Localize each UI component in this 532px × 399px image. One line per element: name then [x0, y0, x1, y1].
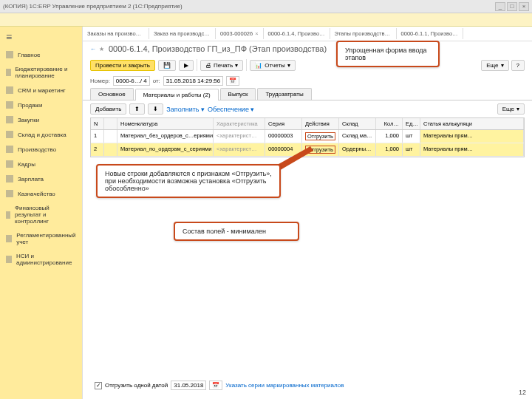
help-button[interactable]: ? — [511, 60, 525, 71]
col-qty[interactable]: Кол… — [376, 118, 403, 129]
subtab-labor[interactable]: Трудозатраты — [257, 88, 311, 100]
graph-icon — [6, 211, 10, 219]
reports-button[interactable]: 📊 Отчеты ▾ — [250, 60, 296, 71]
more-button[interactable]: Еще ▾ — [481, 60, 508, 71]
separator — [197, 59, 197, 71]
action-cell: Отгрузить — [302, 130, 339, 143]
up-button[interactable]: ⬆ — [129, 103, 145, 115]
series-link[interactable]: Указать серии маркированных материалов — [225, 382, 344, 389]
cart-icon — [6, 101, 13, 109]
tab-2[interactable]: 0003-000026× — [216, 28, 264, 39]
truck-icon — [6, 131, 13, 138]
sidebar-item-sales[interactable]: Продажи — [0, 98, 82, 112]
date-label: от: — [153, 78, 160, 84]
page-title: 0000-6.1.4, Производство ГП_из_ПФ (Этап … — [107, 44, 327, 53]
col-article[interactable]: Статья калькуляци — [420, 118, 524, 129]
max-button[interactable]: □ — [507, 2, 517, 11]
col-action[interactable]: Действия — [302, 118, 339, 129]
chart-icon — [6, 69, 11, 76]
people-icon — [6, 86, 13, 94]
add-button[interactable]: Добавить — [90, 103, 126, 115]
post-close-button[interactable]: Провести и закрыть — [90, 60, 155, 71]
calendar-icon[interactable]: 📅 — [209, 381, 222, 390]
col-unit[interactable]: Ед… — [403, 118, 420, 129]
subtab-main[interactable]: Основное — [90, 88, 134, 100]
tab-1[interactable]: Заказ на производст…× — [149, 28, 216, 39]
grid-header: N Номенклатура Характеристика Серия Дейс… — [91, 118, 524, 130]
breadcrumb: ← ★ 0000-6.1.4, Производство ГП_из_ПФ (Э… — [83, 41, 532, 56]
subtab-output[interactable]: Выпуск — [220, 88, 256, 100]
materials-grid: N Номенклатура Характеристика Серия Дейс… — [90, 117, 525, 157]
sidebar-item-crm[interactable]: CRM и маркетинг — [0, 83, 82, 98]
sidebar-item-nsi[interactable]: НСИ и администрирование — [0, 249, 82, 270]
home-icon — [6, 51, 13, 58]
post-button[interactable]: ▶ — [179, 60, 194, 71]
print-button[interactable]: 🖨 Печать ▾ — [200, 60, 243, 71]
sidebar-item-regulated[interactable]: Регламентированный учет — [0, 228, 82, 249]
close-icon[interactable]: × — [255, 30, 258, 37]
sidebar-item-treasury[interactable]: Казначейство — [0, 186, 82, 201]
sidebar-item-finance[interactable]: Финансовый результат и контроллинг — [0, 201, 82, 228]
sidebar-item-production[interactable]: Производство — [0, 142, 82, 157]
col-nomenclature[interactable]: Номенклатура — [117, 118, 214, 129]
table-row[interactable]: 2 Материал_по_ордерам_с_сериями <характе… — [91, 143, 524, 157]
callout-minimal: Состав полей - минимален — [174, 222, 299, 241]
close-icon[interactable]: × — [390, 30, 393, 37]
col-warehouse[interactable]: Склад — [339, 118, 376, 129]
window-titlebar: (КОПИЯ) 1С:ERP Управление предприятием 2… — [0, 0, 532, 13]
person-icon — [6, 160, 13, 168]
window-title: (КОПИЯ) 1С:ERP Управление предприятием 2… — [3, 3, 495, 10]
ship-single-date-checkbox[interactable]: ✓ — [95, 382, 102, 389]
supply-link[interactable]: Обеспечение ▾ — [208, 106, 254, 113]
calendar-button[interactable]: 📅 — [226, 76, 239, 86]
ship-date-input[interactable]: 31.05.2018 — [171, 381, 206, 390]
ribbon-strip — [0, 13, 532, 27]
col-series[interactable]: Серия — [265, 118, 302, 129]
money-icon — [6, 175, 13, 183]
tab-4[interactable]: Этапы производства× — [330, 28, 397, 39]
sidebar-item-main[interactable]: Главное — [0, 47, 82, 62]
box-icon — [6, 116, 13, 123]
main-toolbar: Провести и закрыть 💾 ▶ 🖨 Печать ▾ 📊 Отче… — [83, 56, 532, 74]
col-characteristic[interactable]: Характеристика — [214, 118, 265, 129]
min-button[interactable]: _ — [495, 2, 505, 11]
sidebar-item-salary[interactable]: Зарплата — [0, 171, 82, 186]
nav-sidebar: ≡ Главное Бюджетирование и планирование … — [0, 27, 83, 399]
col-number[interactable]: N — [91, 118, 104, 129]
sidebar-item-warehouse[interactable]: Склад и доставка — [0, 127, 82, 142]
save-button[interactable]: 💾 — [158, 60, 176, 71]
gear-icon — [6, 146, 13, 153]
grid-body: 1 Материал_без_ордеров_с…ериями <характе… — [91, 130, 524, 157]
sidebar-item-purchase[interactable]: Закупки — [0, 112, 82, 127]
table-row[interactable]: 1 Материал_без_ордеров_с…ериями <характе… — [91, 130, 524, 143]
main-area: Заказы на производство Заказ на производ… — [83, 27, 532, 399]
doc-icon — [6, 235, 12, 242]
window-buttons: _ □ × — [495, 2, 529, 11]
subtab-materials[interactable]: Материалы и работы (2) — [135, 89, 219, 100]
sub-tabs: Основное Материалы и работы (2) Выпуск Т… — [83, 88, 532, 100]
number-label: Номер: — [90, 78, 110, 84]
post-icon: ▶ — [184, 62, 188, 69]
back-arrow-icon[interactable]: ← — [90, 46, 96, 52]
header-fields: Номер: 0000-6…/ 4 от: 31.05.2018 14:29:5… — [83, 74, 532, 88]
star-icon[interactable]: ★ — [99, 46, 104, 52]
table-more-button[interactable]: Еще ▾ — [497, 103, 525, 115]
tab-0[interactable]: Заказы на производство — [83, 28, 149, 39]
number-input[interactable]: 0000-6…/ 4 — [113, 76, 150, 86]
settings-icon — [6, 256, 12, 263]
sidebar-item-budget[interactable]: Бюджетирование и планирование — [0, 62, 82, 83]
callout-simplified: Упрощенная форма ввода этапов — [336, 41, 440, 67]
callout-new-rows: Новые строки добавляются с признаком «От… — [96, 164, 281, 198]
separator — [246, 59, 247, 71]
save-icon: 💾 — [163, 62, 171, 69]
down-button[interactable]: ⬇ — [148, 103, 163, 115]
fill-link[interactable]: Заполнить ▾ — [166, 106, 205, 113]
tab-3[interactable]: 0000-6.1.4, Производство ГП_из…× — [264, 28, 330, 39]
col-check[interactable] — [104, 118, 117, 129]
date-input[interactable]: 31.05.2018 14:29:56 — [163, 76, 223, 86]
tab-5[interactable]: 0000-6.1.1, Производство ГП_и…× — [397, 28, 463, 39]
hamburger-icon[interactable]: ≡ — [0, 27, 82, 47]
close-button[interactable]: × — [519, 2, 529, 11]
page-number: 12 — [519, 389, 526, 396]
sidebar-item-hr[interactable]: Кадры — [0, 157, 82, 171]
